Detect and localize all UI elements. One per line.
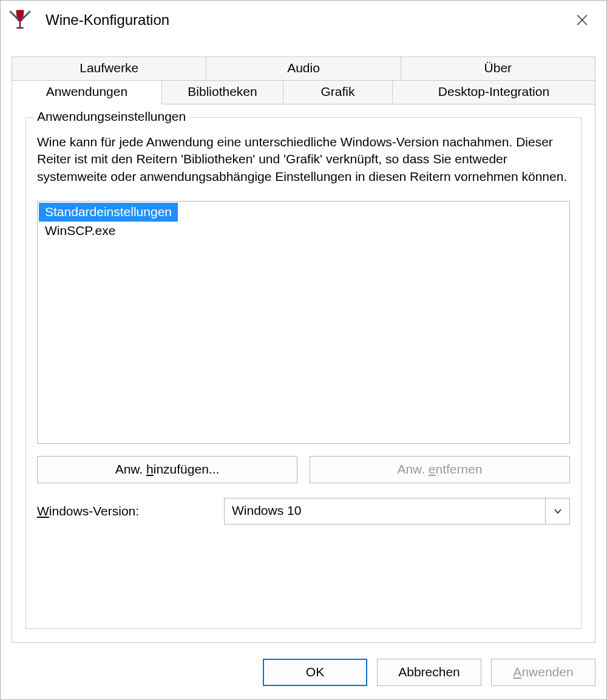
btn-label-post: inzufügen... bbox=[154, 462, 220, 476]
btn-label-mn: e bbox=[429, 462, 436, 476]
btn-label-mn: h bbox=[146, 462, 154, 476]
groupbox-anwendungseinstellungen: Anwendungseinstellungen Wine kann für je… bbox=[25, 117, 582, 629]
app-button-row: Anw. hinzufügen... Anw. entfernen bbox=[37, 456, 570, 483]
tab-grafik[interactable]: Grafik bbox=[283, 81, 393, 104]
tab-desktop-integration[interactable]: Desktop-Integration bbox=[393, 81, 595, 104]
combo-dropdown-button[interactable] bbox=[545, 498, 569, 524]
wine-config-window: Wine-Konfiguration Laufwerke Audio Über … bbox=[0, 0, 607, 700]
list-item[interactable]: WinSCP.exe bbox=[39, 222, 121, 240]
svg-rect-0 bbox=[19, 21, 21, 27]
btn-label-post: ntfernen bbox=[436, 462, 483, 476]
remove-application-button: Anw. entfernen bbox=[310, 456, 570, 483]
list-item[interactable]: Standardeinstellungen bbox=[39, 203, 178, 222]
tabs: Laufwerke Audio Über Anwendungen Bibliot… bbox=[12, 56, 595, 104]
add-application-button[interactable]: Anw. hinzufügen... bbox=[37, 456, 297, 483]
tab-panel-anwendungen: Anwendungseinstellungen Wine kann für je… bbox=[12, 104, 595, 643]
close-button[interactable] bbox=[563, 3, 602, 37]
tab-anwendungen[interactable]: Anwendungen bbox=[12, 81, 162, 104]
tab-bibliotheken[interactable]: Bibliotheken bbox=[162, 81, 283, 104]
content-area: Laufwerke Audio Über Anwendungen Bibliot… bbox=[1, 39, 606, 649]
groupbox-legend: Anwendungseinstellungen bbox=[33, 109, 189, 124]
description-text: Wine kann für jede Anwendung eine unters… bbox=[37, 134, 570, 185]
windows-version-row: Windows-Version: Windows 10 bbox=[37, 498, 570, 525]
tab-laufwerke[interactable]: Laufwerke bbox=[12, 56, 206, 81]
label-mn: W bbox=[37, 504, 49, 518]
tab-ueber[interactable]: Über bbox=[401, 56, 595, 81]
titlebar: Wine-Konfiguration bbox=[1, 1, 606, 39]
btn-label-pre: Anw. bbox=[397, 462, 428, 476]
windows-version-combobox[interactable]: Windows 10 bbox=[224, 498, 570, 525]
tab-row-bottom: Anwendungen Bibliotheken Grafik Desktop-… bbox=[12, 81, 595, 104]
dialog-buttons: OK Abbrechen Anwenden bbox=[1, 649, 606, 699]
svg-rect-1 bbox=[16, 27, 24, 29]
windows-version-label: Windows-Version: bbox=[37, 504, 213, 518]
tab-row-top: Laufwerke Audio Über bbox=[12, 56, 595, 81]
btn-label-pre: Anw. bbox=[115, 462, 146, 476]
combo-selected-value: Windows 10 bbox=[225, 498, 545, 524]
apply-button: Anwenden bbox=[491, 659, 595, 686]
cancel-button[interactable]: Abbrechen bbox=[377, 659, 481, 686]
label-rest: indows-Version: bbox=[49, 504, 139, 518]
close-icon bbox=[576, 14, 588, 26]
chevron-down-icon bbox=[554, 507, 562, 515]
btn-label-mn: A bbox=[513, 665, 521, 679]
tab-audio[interactable]: Audio bbox=[206, 56, 401, 81]
ok-button[interactable]: OK bbox=[263, 659, 367, 686]
btn-label-rest: nwenden bbox=[521, 665, 573, 679]
wine-app-icon bbox=[8, 8, 32, 32]
window-title: Wine-Konfiguration bbox=[46, 12, 563, 29]
application-listbox[interactable]: Standardeinstellungen WinSCP.exe bbox=[37, 201, 570, 444]
